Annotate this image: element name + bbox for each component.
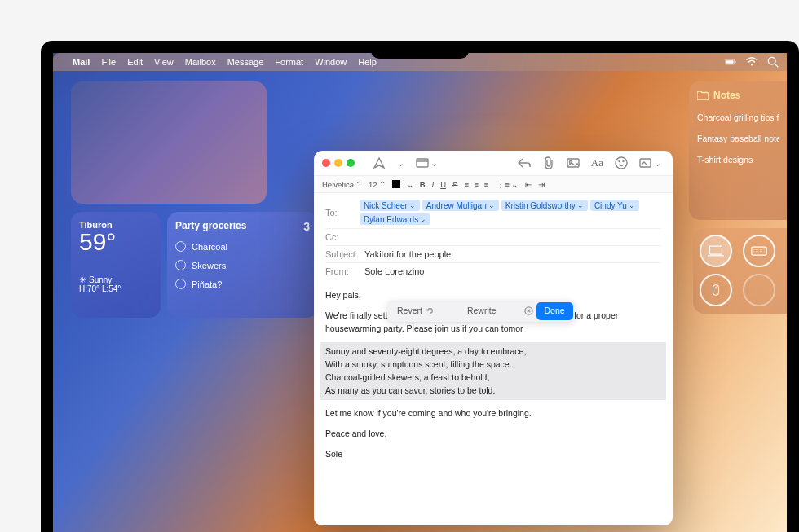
svg-point-19 [623, 161, 624, 162]
svg-line-5 [775, 64, 778, 67]
reminder-checkbox[interactable] [175, 279, 186, 289]
minimize-button[interactable] [334, 159, 342, 167]
zoom-button[interactable] [347, 159, 355, 167]
send-button[interactable] [369, 155, 389, 171]
note-item[interactable]: T-shirt designs [697, 155, 779, 165]
font-family-select[interactable]: Helvetica ⌃ [322, 180, 362, 189]
align-buttons[interactable]: ≡ ≡ ≡ [464, 180, 490, 189]
menu-edit[interactable]: Edit [127, 57, 143, 67]
header-dropdown[interactable]: ⌄ [394, 156, 408, 170]
writing-tools-toolbar: Revert Rewrite Done [387, 301, 575, 322]
bold-button[interactable]: B [420, 180, 426, 189]
subject-label: Subject: [325, 249, 360, 259]
reminder-label: Piñata? [192, 279, 222, 289]
done-button[interactable]: Done [536, 302, 573, 320]
mail-headers: To: Nick Scheer Andrew Mulligan Kristin … [314, 193, 673, 283]
reply-button[interactable] [514, 155, 534, 171]
rewrite-button[interactable]: Rewrite [443, 302, 521, 320]
to-label: To: [325, 208, 355, 218]
color-dropdown[interactable]: ⌄ [407, 180, 413, 189]
body-paragraph: Let me know if you're coming and who you… [325, 407, 661, 420]
battery-icon[interactable] [725, 56, 736, 68]
recipient-chip[interactable]: Dylan Edwards [360, 213, 430, 225]
photo-button[interactable] [563, 155, 583, 171]
svg-rect-2 [735, 61, 735, 63]
close-button[interactable] [322, 159, 330, 167]
emoji-button[interactable] [611, 155, 631, 171]
svg-point-3 [751, 64, 753, 66]
from-field[interactable]: Sole Lorenzino [364, 266, 424, 276]
menu-file[interactable]: File [101, 57, 116, 67]
recipient-chip[interactable]: Kristin Goldsworthy [501, 200, 588, 211]
menu-message[interactable]: Message [227, 57, 264, 67]
revert-button[interactable]: Revert [389, 302, 443, 320]
cc-label: Cc: [325, 232, 360, 242]
underline-button[interactable]: U [440, 180, 446, 189]
reminders-widget[interactable]: Party groceries3 Charcoal Skewers Piñata… [167, 212, 318, 318]
weather-condition: ☀Sunny [79, 275, 152, 284]
svg-point-4 [768, 57, 775, 64]
notes-widget[interactable]: Notes Charcoal grilling tips from Si Fan… [689, 81, 787, 220]
recipient-chip[interactable]: Andrew Mulligan [422, 200, 499, 211]
reminder-checkbox[interactable] [175, 260, 186, 270]
svg-rect-8 [751, 247, 766, 255]
format-button[interactable]: Aa [588, 155, 607, 171]
weather-hilo: H:70° L:54° [79, 284, 152, 293]
media-browser-button[interactable]: ⌄ [636, 155, 664, 171]
continuity-mouse-icon[interactable] [700, 274, 732, 306]
font-size-select[interactable]: 12 ⌃ [369, 180, 386, 189]
mail-body[interactable]: Revert Rewrite Done Hey pals, We're fina… [314, 283, 673, 475]
reminder-item[interactable]: Skewers [175, 260, 310, 270]
subject-field[interactable]: Yakitori for the people [364, 249, 451, 259]
weather-temperature: 59° [79, 228, 152, 256]
reminder-checkbox[interactable] [175, 241, 186, 252]
menu-view[interactable]: View [154, 57, 174, 67]
app-menu[interactable]: Mail [73, 57, 90, 67]
from-label: From: [325, 266, 360, 276]
strike-button[interactable]: S [452, 180, 457, 189]
sparkle-icon [524, 306, 533, 315]
continuity-keyboard-icon[interactable] [743, 235, 775, 267]
svg-rect-13 [417, 159, 428, 167]
ai-rewritten-block: Sunny and seventy-eight degrees, a day t… [320, 342, 666, 400]
reminders-count: 3 [303, 220, 310, 233]
reminder-item[interactable]: Charcoal [175, 241, 310, 252]
search-icon[interactable] [767, 56, 779, 68]
menu-mailbox[interactable]: Mailbox [185, 57, 216, 67]
folder-icon [697, 91, 709, 100]
reminder-label: Skewers [192, 261, 226, 270]
recipient-chip[interactable]: Nick Scheer [360, 200, 420, 211]
note-item[interactable]: Charcoal grilling tips from Si [697, 112, 779, 122]
to-field[interactable]: Nick Scheer Andrew Mulligan Kristin Gold… [360, 200, 661, 225]
note-item[interactable]: Fantasy baseball notes [697, 134, 779, 143]
sun-icon: ☀ [79, 275, 86, 284]
body-signature: Sole [325, 448, 661, 461]
recipient-chip[interactable]: Cindy Yu [590, 200, 639, 211]
menu-window[interactable]: Window [315, 57, 347, 67]
message-template-button[interactable]: ⌄ [413, 155, 441, 171]
svg-point-17 [616, 157, 627, 169]
svg-rect-6 [710, 246, 722, 254]
continuity-laptop-icon[interactable] [700, 235, 732, 267]
indent-buttons[interactable]: ⇤ ⇥ [525, 180, 548, 189]
continuity-empty[interactable] [743, 274, 775, 306]
menu-help[interactable]: Help [358, 57, 377, 67]
color-picker[interactable] [392, 180, 400, 188]
format-bar: Helvetica ⌃ 12 ⌃ ⌄ B I U S ≡ ≡ ≡ ⋮≡ ⌄ ⇤ … [314, 175, 673, 193]
photo-widget[interactable] [71, 81, 267, 204]
wifi-icon[interactable] [746, 56, 757, 68]
list-button[interactable]: ⋮≡ ⌄ [497, 180, 518, 189]
continuity-widget[interactable] [693, 228, 787, 314]
reminders-list-title: Party groceries [175, 220, 246, 233]
notes-title: Notes [713, 90, 740, 101]
weather-widget[interactable]: Tiburon 59° ☀Sunny H:70° L:54° [71, 212, 161, 318]
mail-toolbar: ⌄ ⌄ Aa ⌄ [314, 151, 673, 175]
body-signoff: Peace and love, [325, 428, 661, 441]
cc-field[interactable] [364, 232, 661, 242]
mail-compose-window: ⌄ ⌄ Aa ⌄ Helvetica ⌃ 12 ⌃ ⌄ B I U S ≡ ≡ … [314, 151, 673, 525]
reminder-item[interactable]: Piñata? [175, 279, 310, 289]
italic-button[interactable]: I [432, 180, 435, 189]
reminder-label: Charcoal [192, 242, 227, 252]
menu-format[interactable]: Format [275, 57, 303, 67]
attach-button[interactable] [539, 155, 558, 171]
